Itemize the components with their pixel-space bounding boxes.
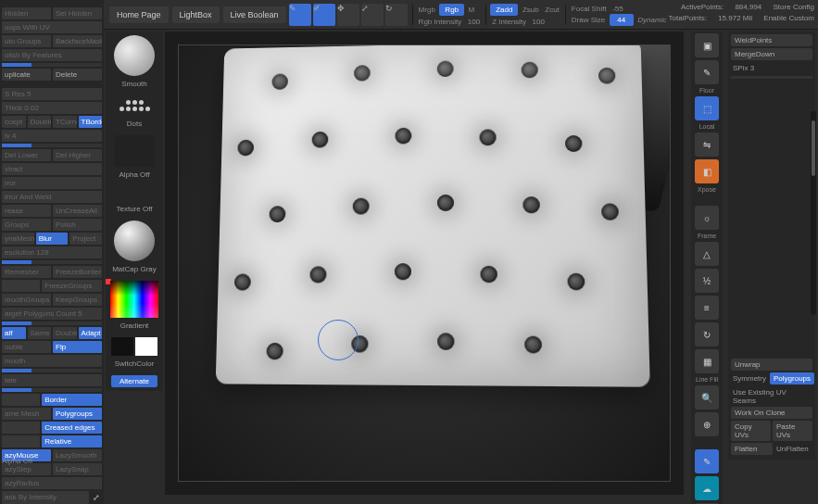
expand-icon[interactable]: ⤢ (93, 493, 100, 502)
backface-mask[interactable]: BackfaceMask (53, 35, 102, 47)
freeze-border[interactable]: FreezeBorder (53, 266, 102, 278)
double2[interactable]: Double (53, 327, 77, 339)
symmetry-lbl[interactable]: Symmetry (731, 372, 768, 386)
remesher[interactable]: Remesher (2, 266, 51, 278)
delete-btn[interactable]: Delete (53, 69, 102, 81)
draw-drawpointer-icon[interactable]: ✎ (695, 60, 719, 84)
bpr-icon[interactable]: ▣ (695, 33, 719, 57)
rotate-tool-icon[interactable]: ↻ (695, 322, 719, 346)
hidden[interactable]: Hidden (2, 7, 51, 19)
alpha-slot[interactable] (114, 135, 155, 167)
spix[interactable]: SPix 3 (731, 62, 812, 74)
blur[interactable]: Blur (36, 233, 69, 245)
lazysnap[interactable]: LazySnap (53, 463, 102, 475)
polish[interactable]: Polish (53, 219, 102, 231)
scrollbar[interactable] (811, 111, 816, 315)
alternate-btn[interactable]: Alternate (111, 375, 157, 387)
del-higher[interactable]: Del Higher (53, 149, 102, 161)
work-clone-btn[interactable]: Work On Clone (731, 407, 812, 419)
same[interactable]: Same (28, 327, 52, 339)
auto-groups[interactable]: uto Groups (2, 35, 51, 47)
draw-size-val[interactable]: 44 (610, 14, 634, 26)
target-polygons[interactable]: arget Polygons Count 5 (2, 308, 102, 320)
extract[interactable]: xtract (2, 163, 102, 175)
polygroups-opt[interactable]: Polygroups (53, 408, 102, 420)
home-page-btn[interactable]: Home Page (109, 6, 169, 23)
smooth-btn[interactable]: mooth (2, 355, 102, 367)
enable-custom[interactable]: Enable Custom (763, 13, 814, 24)
duplicate-btn[interactable]: uplicate (2, 69, 51, 81)
slider-6[interactable] (2, 388, 102, 392)
flate[interactable]: late (2, 374, 102, 386)
slider-3[interactable] (2, 260, 102, 264)
double[interactable]: Double (28, 116, 52, 128)
slider-2[interactable] (2, 144, 102, 147)
store-config[interactable]: Store Config (774, 2, 814, 13)
color-picker[interactable] (110, 281, 158, 318)
groups[interactable]: Groups (2, 219, 51, 231)
zsub-lbl[interactable]: Zsub (522, 6, 539, 14)
smooth-groups[interactable]: moothGroups (2, 294, 51, 306)
copy-uvs[interactable]: Copy UVs (731, 421, 771, 441)
rgb-toggle[interactable]: Rgb (439, 4, 464, 16)
double3[interactable]: ouble (2, 341, 51, 353)
scale-icon[interactable]: ⤢ (361, 4, 384, 26)
rgb-int-val[interactable]: 100 (468, 18, 480, 26)
project[interactable]: Project (69, 233, 102, 245)
uncrease-all[interactable]: UnCreaseAll (53, 205, 102, 217)
draw-icon[interactable]: ✐ (313, 4, 335, 26)
zoom-icon[interactable]: 🔍 (695, 385, 719, 410)
creased-edges[interactable]: Creased edges (42, 422, 102, 434)
lazyradius[interactable]: azyRadius (2, 477, 102, 489)
persp-icon[interactable]: △ (695, 242, 719, 266)
border-opt[interactable]: Border (42, 394, 102, 406)
sres[interactable]: S Res 5 (2, 88, 102, 100)
paste-uvs[interactable]: Paste UVs (773, 421, 812, 441)
mask-intensity[interactable]: ask By Intensity (2, 491, 89, 504)
rotate-icon[interactable]: ↻ (385, 4, 408, 26)
keep-groups[interactable]: KeepGroups (53, 294, 102, 306)
relative[interactable]: Relative (42, 435, 102, 447)
edit-icon[interactable]: ✎ (289, 4, 311, 26)
adapt[interactable]: Adapt (79, 327, 103, 339)
zcut-lbl[interactable]: Zcut (545, 6, 560, 14)
lazysmooth[interactable]: LazySmooth (53, 449, 102, 461)
thick[interactable]: Thick 0.02 (2, 102, 102, 114)
viewport[interactable] (165, 32, 684, 495)
accept[interactable]: ccept (2, 116, 26, 128)
matcap-thumbnail[interactable] (114, 220, 155, 261)
move-icon[interactable]: ✥ (337, 4, 359, 26)
sel-hidden[interactable]: Sel Hidden (53, 7, 102, 19)
focal-shift-val[interactable]: -55 (612, 5, 623, 13)
flp[interactable]: Flp (53, 341, 102, 353)
pen-icon[interactable]: ✎ (695, 449, 719, 473)
aahalf-icon[interactable]: ½ (695, 269, 719, 293)
local-icon[interactable]: ⬚ (695, 96, 719, 120)
xpose-icon[interactable]: ◧ (695, 159, 719, 183)
actual-icon[interactable]: ≡ (695, 296, 719, 320)
stroke-dots[interactable] (107, 94, 161, 118)
flatten[interactable]: Flatten (731, 443, 773, 455)
color-swatch-secondary[interactable] (111, 337, 133, 356)
slider-4[interactable] (2, 321, 102, 325)
tabup-icon[interactable]: ⊕ (695, 412, 719, 436)
camview-icon[interactable]: ☁ (695, 476, 719, 500)
zadd-toggle[interactable]: Zadd (490, 4, 518, 16)
canvas[interactable] (178, 44, 671, 482)
dynamesh[interactable]: ynaMesh (2, 233, 34, 245)
div4[interactable]: iv 4 (2, 130, 102, 142)
lightbox-btn[interactable]: LightBox (172, 6, 220, 23)
unflatten[interactable]: UnFlatten (774, 443, 812, 457)
tborde[interactable]: TBorde (79, 116, 103, 128)
slider-1[interactable] (2, 63, 102, 67)
same-mesh[interactable]: ame Mesh (2, 408, 51, 420)
crease[interactable]: rease (2, 205, 51, 217)
resolution[interactable]: esolution 128 (2, 246, 102, 258)
gradient-lbl[interactable]: Gradient (107, 320, 161, 335)
freeze-groups[interactable]: FreezeGroups (42, 280, 102, 292)
color-swatch-primary[interactable] (135, 337, 157, 356)
tcorne[interactable]: TCorne (53, 116, 77, 128)
mirror[interactable]: rror (2, 177, 102, 189)
mergedown-btn[interactable]: MergeDown (731, 48, 812, 60)
del-lower[interactable]: Del Lower (2, 149, 51, 161)
